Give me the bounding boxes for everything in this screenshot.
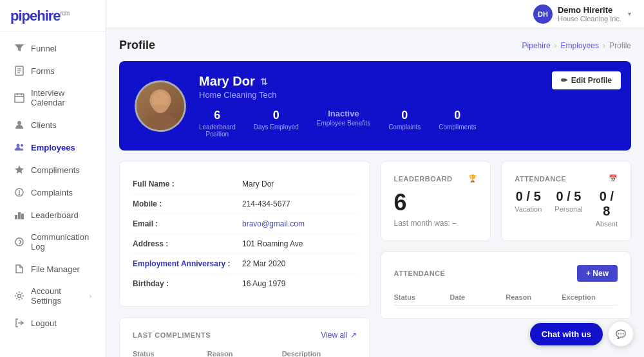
view-all-link[interactable]: View all ↗ [321, 331, 356, 340]
svg-rect-14 [15, 215, 17, 219]
leaderboard-header: LEADERBOARD 🏆 [394, 174, 478, 183]
stat-value: 0 [254, 109, 299, 122]
stat-label: Employee Benefits [317, 120, 370, 127]
user-name: Demo Hirerite [558, 5, 621, 15]
stat-label: Complaints [388, 124, 421, 131]
stat-days-employed: 0 Days Employed [254, 109, 299, 138]
chat-widget: Chat with us 💬 [530, 321, 634, 347]
att-fraction: 0 / 5 [515, 189, 542, 204]
funnel-icon [14, 43, 24, 53]
sidebar-item-label: Forms [31, 66, 55, 76]
leaderboard-icon [14, 210, 24, 220]
page-body: Profile Pipehire › Employees › Profile [106, 28, 644, 357]
detail-full-name: Full Name : Mary Dor [133, 174, 357, 194]
page-header: Profile Pipehire › Employees › Profile [119, 39, 631, 52]
communication-icon [14, 237, 24, 247]
breadcrumb-employees[interactable]: Employees [561, 41, 599, 50]
calendar-icon [14, 93, 24, 103]
sidebar-item-file-manager[interactable]: File Manager [4, 258, 102, 280]
svg-rect-15 [18, 212, 21, 219]
sidebar-item-label: Interview Calendar [31, 88, 91, 107]
edit-profile-button[interactable]: ✏ Edit Profile [552, 71, 621, 89]
sidebar-item-label: Funnel [31, 44, 57, 53]
att-personal: 0 / 5 Personal [554, 189, 582, 228]
col-reason: Reason [506, 293, 562, 301]
trophy-icon: 🏆 [468, 174, 478, 183]
stat-value: 0 [388, 109, 421, 122]
profile-banner: Mary Dor ⇅ Home Cleaning Tech 6 Leaderbo… [119, 61, 631, 151]
att-label: Personal [554, 205, 582, 213]
stat-employee-benefits: Inactive Employee Benefits [317, 109, 370, 138]
profile-stats: 6 Leaderboard Position 0 Days Employed I… [199, 109, 616, 138]
edit-icon-small: ⇅ [260, 77, 268, 87]
attendance-table-header: ATTENDANCE + New [394, 265, 618, 282]
stat-leaderboard: 6 Leaderboard Position [199, 109, 236, 138]
leaderboard-number: 6 [394, 189, 478, 216]
page-title: Profile [119, 39, 155, 52]
compliments-table-header: Status Reason Description [133, 346, 357, 357]
settings-icon [14, 291, 24, 301]
chat-button[interactable]: Chat with us [530, 323, 603, 345]
stat-compliments: 0 Compliments [439, 109, 476, 138]
left-column: Full Name : Mary Dor Mobile : 214-434-56… [119, 161, 370, 357]
sidebar-item-account-settings[interactable]: Account Settings › [4, 280, 102, 311]
sidebar-item-complaints[interactable]: Complaints [4, 181, 102, 203]
attendance-stats: 0 / 5 Vacation 0 / 5 Personal 0 / 8 Abse… [515, 189, 618, 228]
clients-icon [14, 120, 24, 130]
attendance-cols: Status Date Reason Exception [394, 289, 618, 306]
sidebar-item-clients[interactable]: Clients [4, 114, 102, 136]
sidebar-item-compliments[interactable]: Compliments [4, 159, 102, 181]
att-label: Vacation [515, 205, 542, 213]
stat-value: 6 [199, 109, 236, 122]
col-date: Date [450, 293, 506, 301]
svg-point-13 [19, 194, 20, 195]
stat-label: Compliments [439, 124, 476, 131]
external-link-icon: ↗ [350, 331, 357, 340]
sidebar-item-employees[interactable]: Employees [4, 136, 102, 158]
logo: pipehirercm [0, 0, 106, 32]
stat-complaints: 0 Complaints [388, 109, 421, 138]
user-menu[interactable]: DH Demo Hirerite House Cleaning Inc. ▾ [533, 5, 631, 24]
breadcrumb: Pipehire › Employees › Profile [522, 41, 631, 50]
complaints-icon [14, 187, 24, 197]
breadcrumb-current: Profile [609, 41, 631, 50]
svg-rect-4 [15, 94, 24, 102]
sidebar-item-logout[interactable]: Logout [4, 312, 102, 334]
sidebar-item-label: Communication Log [31, 232, 91, 252]
edit-icon: ✏ [561, 76, 567, 85]
sidebar-item-label: Logout [31, 318, 57, 328]
email-link[interactable]: bravo@gmail.com [242, 219, 305, 228]
stat-label: Days Employed [254, 124, 299, 131]
leaderboard-card: LEADERBOARD 🏆 6 Last month was: – [381, 161, 491, 241]
detail-email: Email : bravo@gmail.com [133, 214, 357, 234]
sidebar-item-funnel[interactable]: Funnel [4, 37, 102, 59]
stat-value: 0 [439, 109, 476, 122]
calendar-small-icon: 📅 [609, 174, 618, 183]
col-exception: Exception [562, 293, 618, 301]
sidebar-item-interview-calendar[interactable]: Interview Calendar [4, 82, 102, 113]
sidebar-item-label: Complaints [31, 188, 73, 197]
svg-point-20 [145, 113, 176, 132]
avatar-image [137, 82, 184, 130]
svg-point-10 [21, 144, 23, 147]
detail-birthday: Birthday : 16 Aug 1979 [133, 274, 357, 293]
sidebar-item-label: File Manager [31, 264, 80, 274]
profile-avatar [135, 80, 186, 132]
sidebar-item-forms[interactable]: Forms [4, 60, 102, 82]
breadcrumb-sep-2: › [603, 41, 605, 50]
employees-icon [14, 142, 24, 152]
sidebar-item-communication-log[interactable]: Communication Log [4, 226, 102, 257]
compliments-icon [14, 165, 24, 175]
col-description: Description [282, 350, 357, 357]
chat-icon: 💬 [616, 329, 626, 339]
att-fraction: 0 / 5 [554, 189, 582, 204]
forms-icon [14, 66, 24, 76]
sidebar-nav: Funnel Forms Interview Calendar Clients … [0, 32, 106, 357]
new-attendance-button[interactable]: + New [577, 265, 618, 282]
att-label: Absent [596, 220, 618, 228]
chat-icon-button[interactable]: 💬 [608, 321, 634, 347]
breadcrumb-pipehire[interactable]: Pipehire [522, 41, 551, 50]
sidebar-item-leaderboard[interactable]: Leaderboard [4, 204, 102, 226]
person-silhouette [137, 80, 184, 132]
att-absent: 0 / 8 Absent [596, 189, 618, 228]
